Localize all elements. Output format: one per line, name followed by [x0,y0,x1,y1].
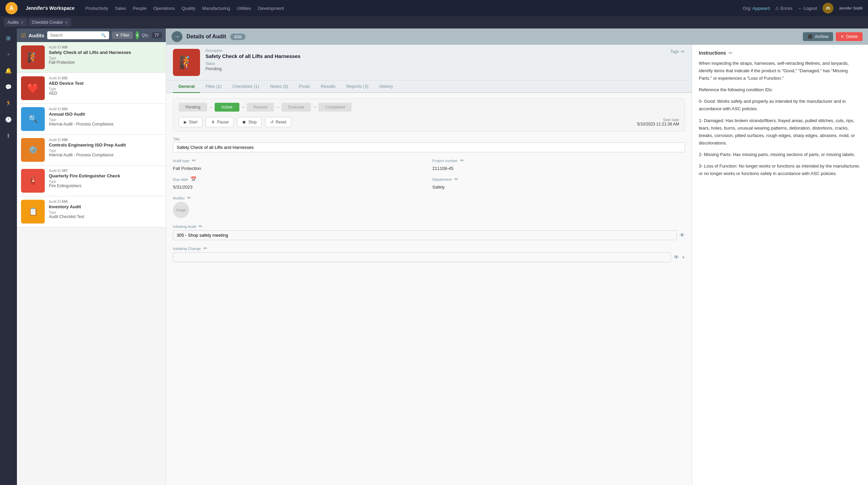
initiating-change-view-icon[interactable]: 👁 [674,254,679,260]
tab-history[interactable]: History [374,80,398,93]
step-active[interactable]: Active [215,103,239,112]
pause-button[interactable]: ⏸ Pause [206,117,234,127]
sidebar-clock-icon[interactable]: 🕐 [3,114,14,125]
nav-manufacturing[interactable]: Manufacturing [202,6,230,11]
detail-nav-button[interactable]: → [172,31,182,42]
nav-quality[interactable]: Quality [182,6,195,11]
user-avatar[interactable]: JS [823,3,833,14]
initiating-change-add-icon[interactable]: + [682,254,685,260]
title-field-input[interactable] [173,142,685,152]
audit-title-608: Safety Check of all Lifts and Harnesses [49,50,162,55]
instructions-title: Instructions [699,50,726,56]
logout-link[interactable]: ← Logout [798,6,817,11]
description-value: Safety Check of all Lifts and Harnesses [205,53,665,59]
type-project-row: Audit type ✏ Fall Protection Project num… [173,158,685,172]
sidebar-grid-icon[interactable]: ⊞ [3,33,14,43]
pause-icon: ⏸ [211,120,215,124]
qty-label: Qty: [142,33,149,38]
initiating-audit-edit-icon[interactable]: ✏ [199,224,203,229]
tab-files[interactable]: Files (1) [200,80,227,93]
sidebar-chat-icon[interactable]: 💬 [3,81,14,92]
workflow-steps: Pending → Active → Paused → Evaluate → C… [179,103,679,112]
audit-item-594[interactable]: 📋 Audit ID 594 Inventory Audit Type Audi… [17,196,166,227]
add-audit-button[interactable]: + [136,31,139,39]
nav-utilities[interactable]: Utilities [237,6,251,11]
search-input[interactable] [50,33,101,38]
search-box[interactable]: 🔍 [47,31,109,39]
audit-id-608: Audit ID 608 [49,45,162,49]
tab-checklist-creator[interactable]: Checklist Creator × [28,18,71,26]
audit-type-value-604: Internal Audit - Process Compliance [49,122,162,127]
calendar-icon[interactable]: 📅 [191,176,196,182]
org-name: Appward [752,6,770,11]
audit-item-597[interactable]: 🧯 Audit ID 597 Quarterly Fire Extinguish… [17,166,166,196]
tab-reports[interactable]: Reports (3) [341,80,374,93]
tab-results[interactable]: Results [315,80,341,93]
nav-sales[interactable]: Sales [115,6,126,11]
content-area: ☑ Audits 🔍 ▼ Filter + Qty: 77 🧗 [17,28,868,485]
audit-title-597: Quarterly Fire Extinguisher Check [49,173,162,178]
instructions-para-2: 0- Good: Works safely and properly as in… [699,98,861,113]
instructions-para-0: When inspecting the straps, harnesses, s… [699,60,861,82]
form-section: Title Audit type ✏ Fall Protection [166,137,692,274]
audit-item-604[interactable]: 🔍 Audit ID 604 Annual ISO Audit Type Int… [17,104,166,135]
step-completed[interactable]: Completed [318,103,352,112]
audit-header-icon: ☑ [21,32,26,39]
sidebar-bell-icon[interactable]: 🔔 [3,65,14,76]
tab-notes[interactable]: Notes (3) [264,80,293,93]
reset-button[interactable]: ↺ Reset [265,117,291,127]
sidebar-activity-icon[interactable]: 🏃 [3,98,14,109]
due-date-value: 5/31/2023 [173,183,426,191]
tab-audits-close[interactable]: × [21,20,23,25]
audit-thumb-597: 🧯 [21,169,45,193]
audit-type-col: Audit type ✏ Fall Protection [173,158,426,172]
user-name: Jennifer Sistilli [839,6,863,10]
initiating-audit-input[interactable] [173,230,677,240]
audit-item-598[interactable]: ⚙️ Audit ID 598 Controls Engineering ISO… [17,135,166,166]
due-date-label: Due date 📅 [173,176,426,182]
step-paused[interactable]: Paused [247,103,274,112]
audit-meta-604: Audit ID 604 Annual ISO Audit Type Inter… [49,107,162,131]
project-number-edit-icon[interactable]: ✏ [460,158,464,163]
tab-checklists[interactable]: Checklists (1) [227,80,264,93]
audit-item-605[interactable]: ❤️ Audit ID 605 AED Device Test Type AED [17,73,166,104]
instructions-edit-icon[interactable]: ✏ [729,50,733,56]
errors-link[interactable]: ⚠ Errors [775,6,792,11]
audit-meta-605: Audit ID 605 AED Device Test Type AED [49,76,162,100]
department-col: Department ✏ Safety [432,176,685,191]
tags-edit-icon[interactable]: ✏ [681,49,685,54]
reset-icon: ↺ [270,120,274,124]
filter-button[interactable]: ▼ Filter [112,32,133,39]
stop-label: Stop [248,120,257,124]
start-button[interactable]: ▶ Start [179,117,202,127]
step-pending[interactable]: Pending [179,103,207,112]
title-field-label: Title [173,137,685,141]
initiating-change-input[interactable] [173,252,671,262]
initiating-change-edit-icon[interactable]: ✏ [203,246,208,251]
audit-thumb-594: 📋 [21,200,45,224]
app-logo[interactable]: A [5,2,18,14]
department-edit-icon[interactable]: ✏ [454,176,458,182]
nav-people[interactable]: People [133,6,146,11]
stop-button[interactable]: ⏹ Stop [237,117,262,127]
nav-productivity[interactable]: Productivity [85,6,108,11]
project-number-label: Project number ✏ [432,158,685,163]
archive-button[interactable]: ⬛ Archive [803,32,833,41]
step-evaluate[interactable]: Evaluate [281,103,311,112]
sidebar-add-icon[interactable]: ＋ [3,49,14,60]
audit-item-608[interactable]: 🧗 Audit ID 608 Safety Check of all Lifts… [17,42,166,73]
nav-development[interactable]: Development [258,6,284,11]
nav-operations[interactable]: Operations [153,6,175,11]
tab-checklist-close[interactable]: × [65,20,68,25]
tab-audits[interactable]: Audits × [4,18,27,26]
audit-type-edit-icon[interactable]: ✏ [192,158,196,163]
tab-general[interactable]: General [173,80,200,93]
top-navigation: A Jennifer's Workspace Productivity Sale… [0,0,868,16]
initiating-change-field: Initiating Change ✏ 👁 + [173,246,685,262]
delete-button[interactable]: ✕ Delete [836,32,863,41]
auditor-edit-icon[interactable]: ✏ [187,195,191,200]
tab-posts[interactable]: Posts [294,80,316,93]
sidebar-upload-icon[interactable]: ⬆ [3,130,14,141]
initiating-audit-view-icon[interactable]: 👁 [679,232,685,238]
workflow-actions: ▶ Start ⏸ Pause ⏹ Stop [179,117,679,127]
